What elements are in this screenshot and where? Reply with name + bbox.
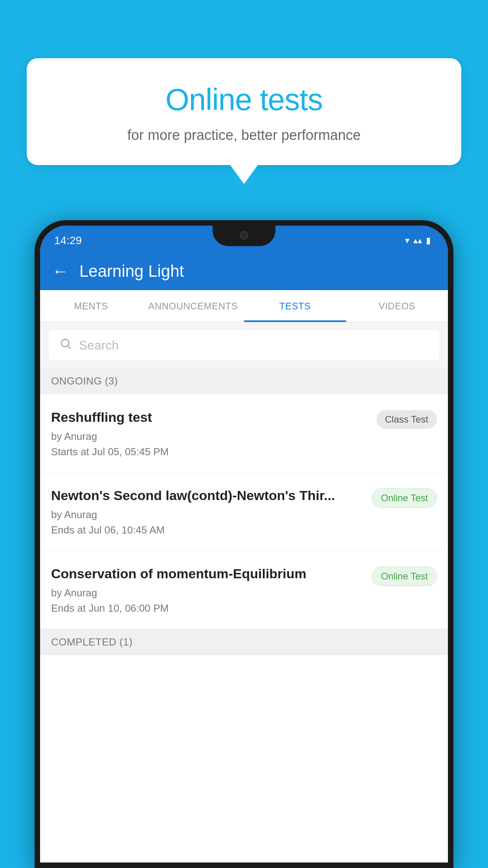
speech-bubble-title: Online tests xyxy=(46,82,442,118)
tab-announcements[interactable]: ANNOUNCEMENTS xyxy=(142,290,244,322)
ongoing-section-header: ONGOING (3) xyxy=(40,368,448,394)
test-item-author-conservation: by Anurag xyxy=(51,587,364,599)
speech-bubble: Online tests for more practice, better p… xyxy=(27,58,461,165)
test-badge-conservation: Online Test xyxy=(372,566,437,586)
signal-icon: ▴▴ xyxy=(413,235,422,246)
test-item-newton[interactable]: Newton's Second law(contd)-Newton's Thir… xyxy=(40,473,448,551)
test-item-content-conservation: Conservation of momentum-Equilibrium by … xyxy=(51,565,372,614)
tab-tests[interactable]: TESTS xyxy=(244,290,346,322)
test-item-content-reshuffling: Reshuffling test by Anurag Starts at Jul… xyxy=(51,408,376,458)
phone-notch xyxy=(213,226,275,246)
test-item-date-conservation: Ends at Jun 10, 06:00 PM xyxy=(51,602,364,614)
back-button[interactable]: ← xyxy=(52,263,68,280)
test-item-author-newton: by Anurag xyxy=(51,509,364,521)
test-item-date-reshuffling: Starts at Jul 05, 05:45 PM xyxy=(51,446,369,458)
completed-section-header: COMPLETED (1) xyxy=(40,629,448,655)
svg-line-1 xyxy=(68,346,70,348)
status-time: 14:29 xyxy=(54,231,82,247)
test-item-conservation[interactable]: Conservation of momentum-Equilibrium by … xyxy=(40,551,448,629)
speech-bubble-subtitle: for more practice, better performance xyxy=(46,127,442,143)
search-icon xyxy=(59,337,72,353)
test-item-title-newton: Newton's Second law(contd)-Newton's Thir… xyxy=(51,487,364,505)
test-item-title-conservation: Conservation of momentum-Equilibrium xyxy=(51,565,364,583)
battery-icon: ▮ xyxy=(426,235,431,246)
status-icons: ▾ ▴▴ ▮ xyxy=(405,232,431,246)
phone-inner: 14:29 ▾ ▴▴ ▮ ← Learning Light MENTS ANNO… xyxy=(40,226,448,862)
tabs: MENTS ANNOUNCEMENTS TESTS VIDEOS xyxy=(40,290,448,322)
app-bar-title: Learning Light xyxy=(79,262,184,281)
phone-camera xyxy=(240,231,248,240)
test-item-content-newton: Newton's Second law(contd)-Newton's Thir… xyxy=(51,487,372,536)
search-container: Search xyxy=(40,322,448,368)
test-item-title-reshuffling: Reshuffling test xyxy=(51,408,369,427)
app-bar: ← Learning Light xyxy=(40,252,448,290)
test-item-author-reshuffling: by Anurag xyxy=(51,430,369,443)
test-badge-newton: Online Test xyxy=(372,488,437,508)
test-item-date-newton: Ends at Jul 06, 10:45 AM xyxy=(51,524,364,536)
search-input[interactable]: Search xyxy=(79,338,119,353)
test-item-reshuffling[interactable]: Reshuffling test by Anurag Starts at Jul… xyxy=(40,394,448,473)
phone-frame: 14:29 ▾ ▴▴ ▮ ← Learning Light MENTS ANNO… xyxy=(35,220,453,868)
tab-ments[interactable]: MENTS xyxy=(40,290,142,322)
tab-videos[interactable]: VIDEOS xyxy=(346,290,448,322)
search-bar[interactable]: Search xyxy=(48,329,440,361)
test-badge-reshuffling: Class Test xyxy=(376,410,437,429)
wifi-icon: ▾ xyxy=(405,235,409,246)
